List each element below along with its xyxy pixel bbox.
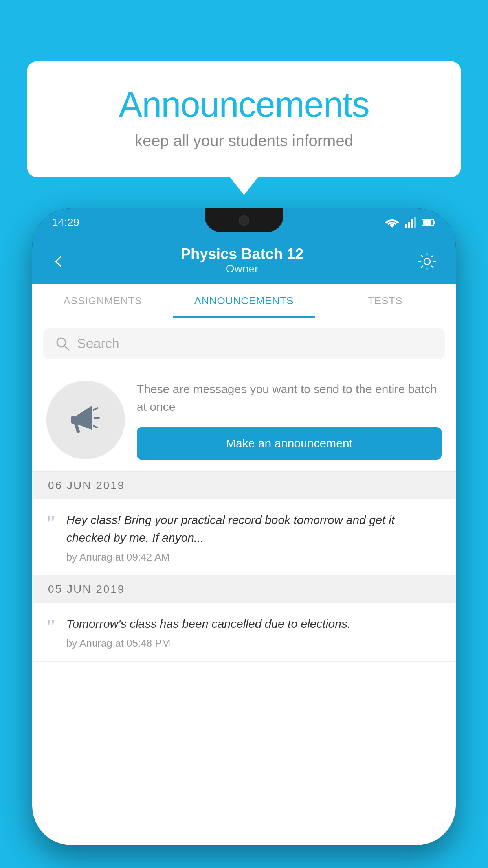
phone-wrapper: 14:29 <box>32 208 456 868</box>
announcement-message-1: Hey class! Bring your practical record b… <box>66 511 442 546</box>
settings-icon[interactable] <box>414 246 440 274</box>
svg-line-13 <box>94 408 97 410</box>
announcement-text-2: Tomorrow's class has been cancelled due … <box>66 615 442 649</box>
announcement-author-2: by Anurag at 05:48 PM <box>66 637 442 649</box>
megaphone-circle <box>46 381 125 459</box>
svg-rect-6 <box>423 220 431 225</box>
batch-name: Physics Batch 12 <box>70 246 414 263</box>
svg-rect-2 <box>411 219 413 228</box>
quote-icon-2: " <box>46 616 55 638</box>
svg-marker-10 <box>76 406 92 430</box>
phone-frame: 14:29 <box>32 208 456 845</box>
search-placeholder: Search <box>77 336 119 351</box>
announcement-item-2: " Tomorrow's class has been cancelled du… <box>32 603 456 662</box>
bubble-title: Announcements <box>58 85 430 125</box>
svg-line-12 <box>76 424 78 432</box>
app-bar-title: Physics Batch 12 Owner <box>70 246 414 275</box>
date-header-1: 06 JUN 2019 <box>32 472 456 499</box>
make-announcement-button[interactable]: Make an announcement <box>137 427 442 460</box>
announcement-item-1: " Hey class! Bring your practical record… <box>32 499 456 576</box>
app-bar: Physics Batch 12 Owner <box>32 237 456 284</box>
battery-icon <box>422 219 436 226</box>
back-button[interactable] <box>48 246 70 274</box>
svg-rect-0 <box>405 224 407 228</box>
screen-content: Search These are messages you <box>32 318 456 845</box>
tab-announcements[interactable]: ANNOUNCEMENTS <box>173 284 314 318</box>
phone-notch <box>205 208 283 232</box>
promo-description: These are messages you want to send to t… <box>137 380 442 416</box>
svg-point-7 <box>424 258 430 265</box>
bubble-subtitle: keep all your students informed <box>58 132 430 150</box>
announcement-message-2: Tomorrow's class has been cancelled due … <box>66 615 442 633</box>
svg-line-15 <box>94 426 97 428</box>
camera-dot <box>239 215 249 226</box>
megaphone-icon <box>64 398 107 441</box>
search-bar[interactable]: Search <box>43 328 445 359</box>
svg-rect-1 <box>408 222 410 228</box>
tab-tests[interactable]: TESTS <box>315 284 456 318</box>
status-time: 14:29 <box>52 216 79 229</box>
quote-icon-1: " <box>46 513 55 535</box>
tabs-bar: ASSIGNMENTS ANNOUNCEMENTS TESTS <box>32 284 456 318</box>
wifi-icon <box>385 217 399 228</box>
svg-rect-5 <box>434 221 435 224</box>
speech-bubble: Announcements keep all your students inf… <box>27 61 461 177</box>
announcement-text-1: Hey class! Bring your practical record b… <box>66 511 442 563</box>
signal-icon <box>405 217 416 228</box>
search-icon <box>55 336 70 351</box>
batch-role: Owner <box>70 263 414 275</box>
svg-line-9 <box>64 346 69 350</box>
speech-bubble-container: Announcements keep all your students inf… <box>27 61 461 177</box>
svg-rect-3 <box>414 217 416 228</box>
date-header-2: 05 JUN 2019 <box>32 576 456 603</box>
announcement-author-1: by Anurag at 09:42 AM <box>66 551 442 563</box>
status-icons <box>385 217 436 228</box>
tab-assignments[interactable]: ASSIGNMENTS <box>32 284 173 318</box>
promo-text-area: These are messages you want to send to t… <box>137 380 442 460</box>
announcement-promo: These are messages you want to send to t… <box>32 368 456 472</box>
